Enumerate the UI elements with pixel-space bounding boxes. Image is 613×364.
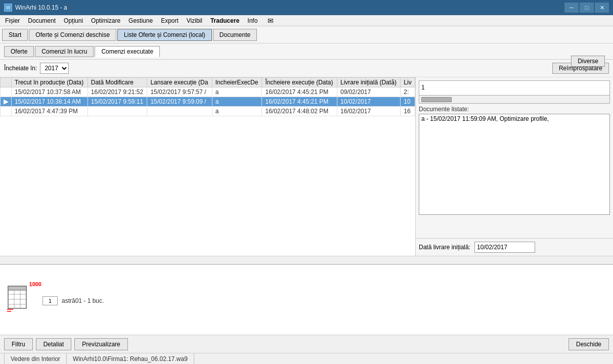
row-trecut: 15/02/2017 10:38:14 AM [12,97,88,107]
tab-oferte[interactable]: Oferte [4,46,34,57]
menu-fisier[interactable]: Fișier [1,15,24,26]
row-lansare [147,107,212,116]
col-header-livrare: Livrare inițială (Datǎ) [337,78,401,87]
documents-section: Documente listate: a - 15/02/2017 11:59:… [419,106,610,215]
table-row[interactable]: ▶ 15/02/2017 10:38:14 AM 15/02/2017 9:59… [1,97,415,107]
table-container[interactable]: Trecut în producție (Data) Dată Modifica… [0,77,416,256]
col-header-liv: Liv [401,78,415,87]
row-liv: 2: [401,87,415,97]
row-arrow-cell [1,107,12,116]
right-panel-inner: 1 Documente listate: a - 15/02/2017 11:5… [416,77,613,238]
window-title: WinArhi 10.0.15 - a [15,4,67,11]
preview-label-row: 1 astră01 - 1 buc. [42,296,104,305]
row-trecut: 15/02/2017 10:37:58 AM [12,87,88,97]
row-liv: 16 [401,107,415,116]
menu-info[interactable]: Info [243,15,261,26]
documents-label: Documente listate: [419,106,610,113]
status-bar: Vedere din Interior WinArhi10.0\Firma1: … [0,353,613,364]
start-button[interactable]: Start [2,29,28,41]
col-header-incheiere-exec-de: IncheierExecDe [212,78,262,87]
preview-labels: 1 astră01 - 1 buc. [42,294,104,305]
row-exec-de: a [212,97,262,107]
title-bar: W WinArhi 10.0.15 - a ─ □ ✕ [0,0,613,15]
filter-label: Încheiate în: [4,65,37,72]
right-hscroll[interactable] [419,96,610,104]
action-bar: Filtru Detaliat Previzualizare Deschide [0,335,613,353]
deschide-button[interactable]: Deschide [568,338,609,350]
row-exec-de: a [212,87,262,97]
row-incheiere: 16/02/2017 4:45:21 PM [262,97,337,107]
col-header-incheiere: Încheiere execuție (Data) [262,78,337,87]
diverse-button[interactable]: Diverse [571,60,605,67]
col-header-trecut: Trecut în producție (Data) [12,78,88,87]
menu-traducere[interactable]: Traducere [206,15,243,26]
documents-scrollbox[interactable]: a - 15/02/2017 11:59:09 AM, Optimizare p… [419,114,610,215]
status-right: WinArhi10.0\Firma1: Rehau_06.02.17.wa9 [67,353,194,364]
row-modificare [87,107,147,116]
status-left: Vedere din Interior [4,353,67,364]
menu-optimizare[interactable]: Optimizare [87,15,124,26]
documente-button[interactable]: Documente [213,29,257,41]
table-hscroll[interactable] [0,256,613,264]
svg-rect-1 [8,286,26,290]
row-arrow-cell [1,87,12,97]
row-lansare: 15/02/2017 9:59:09 / [147,97,212,107]
main-content: Încheiate în: 2017 2016 2015 2014 Reîmpr… [0,60,613,353]
preview-item-number: 1 [42,296,58,305]
preview-area: 1000 1 astră01 - 1 buc. [0,264,613,335]
menu-export[interactable]: Export [157,15,183,26]
right-top-value: 1 [419,81,609,94]
row-exec-de: a [212,107,262,116]
detaliat-button[interactable]: Detaliat [36,338,72,350]
commands-area: Încheiate în: 2017 2016 2015 2014 Reîmpr… [0,60,613,264]
minimize-button[interactable]: ─ [564,3,579,13]
menu-document[interactable]: Document [24,15,60,26]
table-row[interactable]: 16/02/2017 4:47:39 PM a 16/02/2017 4:48:… [1,107,415,116]
col-header-modificare: Dată Modificare [87,78,147,87]
middle-panel: Trecut în producție (Data) Dată Modifica… [0,77,613,256]
documents-content: a - 15/02/2017 11:59:09 AM, Optimizare p… [419,114,609,123]
sub-toolbar: Oferte Comenzi în lucru Comenzi executat… [0,43,613,60]
commands-table: Trecut în producție (Data) Dată Modifica… [0,77,415,116]
filtru-button[interactable]: Filtru [4,338,33,350]
email-icon[interactable]: ✉ [264,15,278,26]
row-modificare: 16/02/2017 9:21:52 [87,87,147,97]
row-livrare: 10/02/2017 [337,97,401,107]
tab-comenzi-executate[interactable]: Comenzi executate [95,46,160,57]
filter-row: Încheiate în: 2017 2016 2015 2014 Reîmpr… [0,60,613,77]
right-panel: 1 Documente listate: a - 15/02/2017 11:5… [416,77,613,256]
right-top-scrollbox[interactable]: 1 [419,80,610,96]
preview-icon-inner: 1000 [7,285,31,315]
right-panel-bottom: Dată livrare inițială: [416,238,613,256]
date-label: Dată livrare inițială: [419,244,470,251]
row-trecut: 16/02/2017 4:47:39 PM [12,107,88,116]
menu-bar: Fișier Document Opțiuni Optimizare Gesti… [0,15,613,26]
app-icon: W [4,4,12,12]
preview-item-label: astră01 - 1 buc. [62,297,104,304]
maximize-button[interactable]: □ [580,3,594,13]
row-arrow-cell: ▶ [1,97,12,107]
close-button[interactable]: ✕ [595,3,609,13]
menu-gestiune[interactable]: Gestiune [124,15,157,26]
menu-vizibil[interactable]: Vizibil [183,15,206,26]
row-livrare: 16/02/2017 [337,107,401,116]
liste-oferte-button[interactable]: Liste Oferte și Comenzi (local) [117,29,212,41]
preview-badge: 1000 [29,281,41,287]
oferte-comenzi-button[interactable]: Oferte și Comenzi deschise [29,29,116,41]
date-input[interactable] [474,242,535,253]
previzualizare-button[interactable]: Previzualizare [74,338,127,350]
main-toolbar: Start Oferte și Comenzi deschise Liste O… [0,26,613,43]
tab-comenzi-lucru[interactable]: Comenzi în lucru [35,46,94,57]
row-incheiere: 16/02/2017 4:48:02 PM [262,107,337,116]
col-header-arrow [1,78,12,87]
col-header-lansare: Lansare execuție (Da [147,78,212,87]
row-lansare: 15/02/2017 9:57:57 / [147,87,212,97]
table-row[interactable]: 15/02/2017 10:37:58 AM 16/02/2017 9:21:5… [1,87,415,97]
preview-content: 1000 1 astră01 - 1 buc. [0,265,613,335]
preview-icon-container: 1000 [4,282,34,317]
row-modificare: 15/02/2017 9:59:11 [87,97,147,107]
row-liv: 10 [401,97,415,107]
year-select[interactable]: 2017 2016 2015 2014 [40,63,69,74]
right-top-section: 1 [419,80,610,104]
menu-optiuni[interactable]: Opțiuni [60,15,87,26]
